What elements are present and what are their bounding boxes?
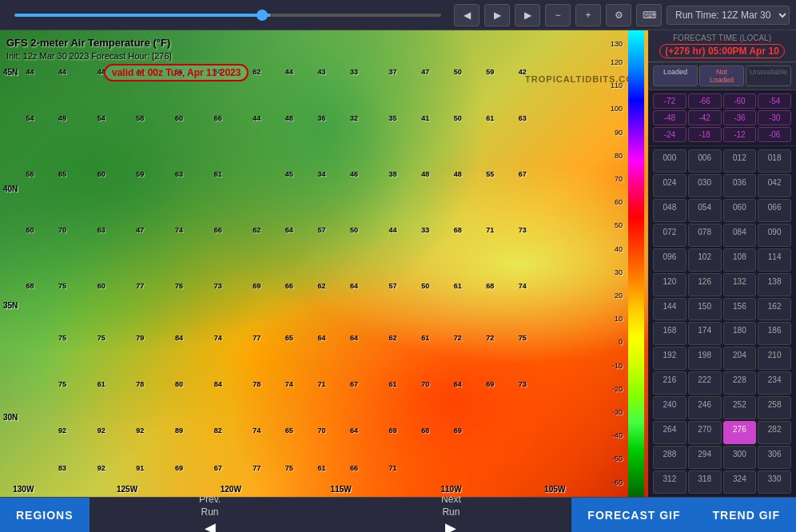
neg-hour-btn--06[interactable]: -06: [758, 127, 791, 142]
hour-btn-204[interactable]: 204: [723, 347, 757, 370]
not-loaded-btn[interactable]: Not Loaded: [699, 66, 744, 86]
hour-btn-258[interactable]: 258: [758, 396, 791, 419]
run-time-select[interactable]: Run Time: 12Z Mar 30Run Time: 00Z Mar 30…: [667, 6, 790, 25]
neg-hour-btn--66[interactable]: -66: [688, 93, 722, 109]
hour-btn-306[interactable]: 306: [758, 446, 791, 469]
neg-hour-btn--12[interactable]: -12: [723, 127, 757, 142]
hour-btn-012[interactable]: 012: [723, 149, 757, 173]
plus-button[interactable]: +: [575, 4, 601, 26]
hour-btn-312[interactable]: 312: [653, 470, 687, 494]
hour-btn-138[interactable]: 138: [758, 273, 791, 296]
slider-thumb[interactable]: [257, 10, 268, 21]
hour-btn-294[interactable]: 294: [688, 446, 722, 469]
hour-btn-252[interactable]: 252: [723, 396, 757, 419]
hour-btn-210[interactable]: 210: [758, 347, 791, 370]
hour-btn-078[interactable]: 078: [688, 224, 722, 247]
play-button[interactable]: ▶: [484, 4, 510, 26]
hour-btn-192[interactable]: 192: [653, 347, 687, 370]
hour-btn-084[interactable]: 084: [723, 224, 757, 247]
prev-run-button[interactable]: Prev. Run ◀: [90, 498, 331, 532]
scale-label-100: 100: [611, 105, 623, 113]
hour-btn-270[interactable]: 270: [688, 421, 722, 444]
hour-btn-288[interactable]: 288: [653, 446, 687, 469]
neg-hour-btn--30[interactable]: -30: [758, 110, 791, 125]
hour-btn-090[interactable]: 090: [758, 224, 791, 247]
neg-hour-btn--48[interactable]: -48: [653, 110, 687, 125]
hour-btn-006[interactable]: 006: [688, 149, 722, 173]
hour-btn-072[interactable]: 072: [653, 224, 687, 247]
neg-hour-btn--24[interactable]: -24: [653, 127, 687, 142]
hour-btn-186[interactable]: 186: [758, 322, 791, 345]
lon-label-105w: 105W: [544, 485, 565, 494]
prev-button[interactable]: ◀: [454, 4, 480, 26]
keyboard-button[interactable]: ⌨: [636, 4, 662, 26]
hour-btn-144[interactable]: 144: [653, 298, 687, 321]
hour-btn-330[interactable]: 330: [758, 470, 791, 494]
hour-btn-162[interactable]: 162: [758, 298, 791, 321]
neg-hour-btn--54[interactable]: -54: [758, 93, 791, 109]
scale-label-120: 120: [611, 58, 623, 66]
neg-hour-btn--72[interactable]: -72: [653, 93, 687, 109]
forecast-gif-button[interactable]: FORECAST GIF: [571, 498, 696, 532]
hour-btn-114[interactable]: 114: [758, 248, 791, 272]
hour-btn-240[interactable]: 240: [653, 396, 687, 419]
hour-btn-024[interactable]: 024: [653, 174, 687, 197]
timeline-slider[interactable]: [14, 14, 441, 17]
hour-btn-120[interactable]: 120: [653, 273, 687, 296]
settings-button[interactable]: ⚙: [606, 4, 631, 26]
unavailable-btn[interactable]: Unavailable: [746, 66, 791, 86]
hour-btn-126[interactable]: 126: [688, 273, 722, 296]
map-title: GFS 2-meter Air Temperature (°F): [6, 37, 170, 49]
hour-btn-174[interactable]: 174: [688, 322, 722, 345]
hour-btn-108[interactable]: 108: [723, 248, 757, 272]
lon-label-130w: 130W: [13, 485, 34, 494]
hour-btn-228[interactable]: 228: [723, 371, 757, 395]
loaded-btn[interactable]: Loaded: [653, 66, 698, 86]
hour-btn-222[interactable]: 222: [688, 371, 722, 395]
neg-hour-btn--60[interactable]: -60: [723, 93, 757, 109]
scale-label-n20: -20: [612, 385, 623, 393]
bottom-bar: REGIONS Prev. Run ◀ Next Run ▶ FORECAST …: [0, 497, 796, 532]
next-run-button[interactable]: Next Run ▶: [330, 498, 571, 532]
lon-label-120w: 120W: [221, 485, 241, 494]
hour-btn-018[interactable]: 018: [758, 149, 791, 173]
scale-label-40: 40: [615, 245, 623, 253]
neg-hour-btn--18[interactable]: -18: [688, 127, 722, 142]
trend-gif-button[interactable]: TREND GIF: [697, 498, 796, 532]
hour-btn-216[interactable]: 216: [653, 371, 687, 395]
next-arrow-icon: ▶: [445, 519, 456, 533]
hour-btn-318[interactable]: 318: [688, 470, 722, 494]
hour-btn-042[interactable]: 042: [758, 174, 791, 197]
hour-btn-096[interactable]: 096: [653, 248, 687, 272]
hour-btn-198[interactable]: 198: [688, 347, 722, 370]
next-frame-button[interactable]: ▶: [515, 4, 540, 26]
hour-btn-300[interactable]: 300: [723, 446, 757, 469]
hour-btn-324[interactable]: 324: [723, 470, 757, 494]
hour-btn-234[interactable]: 234: [758, 371, 791, 395]
neg-hour-btn--36[interactable]: -36: [723, 110, 757, 125]
hour-btn-102[interactable]: 102: [688, 248, 722, 272]
hour-btn-168[interactable]: 168: [653, 322, 687, 345]
scale-label-90: 90: [615, 129, 623, 137]
hour-btn-156[interactable]: 156: [723, 298, 757, 321]
hour-btn-150[interactable]: 150: [688, 298, 722, 321]
hour-btn-276[interactable]: 276: [723, 421, 757, 444]
hour-btn-264[interactable]: 264: [653, 421, 687, 444]
hour-btn-030[interactable]: 030: [688, 174, 722, 197]
hour-btn-246[interactable]: 246: [688, 396, 722, 419]
hour-btn-180[interactable]: 180: [723, 322, 757, 345]
hour-btn-282[interactable]: 282: [758, 421, 791, 444]
minus-button[interactable]: −: [545, 4, 571, 26]
regions-button[interactable]: REGIONS: [0, 498, 90, 532]
color-scale: [624, 30, 648, 497]
hour-btn-036[interactable]: 036: [723, 174, 757, 197]
toolbar: ◀ ▶ ▶ − + ⚙ ⌨ Run Time: 12Z Mar 30Run Ti…: [0, 0, 796, 30]
hour-btn-000[interactable]: 000: [653, 149, 687, 173]
neg-hour-btn--42[interactable]: -42: [688, 110, 722, 125]
hour-btn-060[interactable]: 060: [723, 199, 757, 222]
hour-btn-048[interactable]: 048: [653, 199, 687, 222]
timeline-slider-container[interactable]: [6, 14, 449, 17]
hour-btn-066[interactable]: 066: [758, 199, 791, 222]
hour-btn-132[interactable]: 132: [723, 273, 757, 296]
hour-btn-054[interactable]: 054: [688, 199, 722, 222]
